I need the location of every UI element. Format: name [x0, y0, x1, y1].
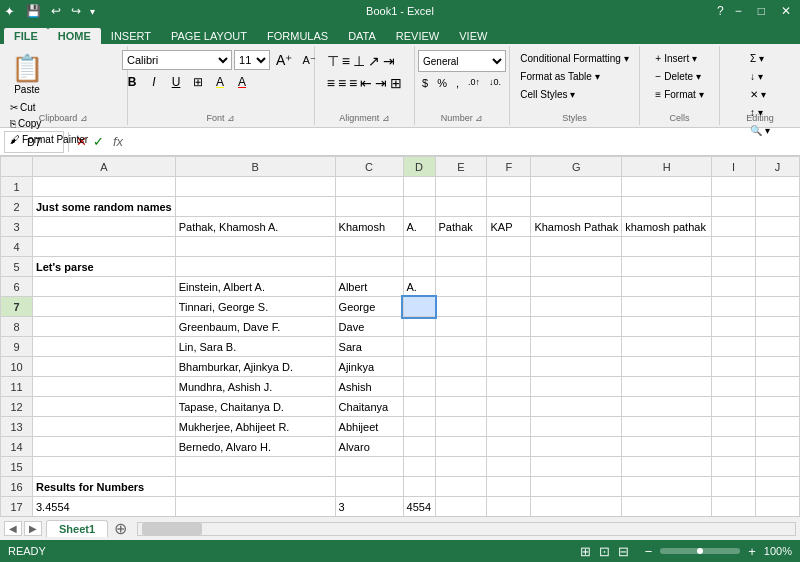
tab-review[interactable]: REVIEW [386, 28, 449, 44]
cell-E17[interactable] [435, 497, 487, 517]
cell-B5[interactable] [175, 257, 335, 277]
cell-E14[interactable] [435, 437, 487, 457]
cell-J13[interactable] [756, 417, 800, 437]
cell-G13[interactable] [531, 417, 622, 437]
cell-D17[interactable]: 4554 [403, 497, 435, 517]
increase-indent-btn[interactable]: ⇥ [374, 72, 388, 92]
cell-H16[interactable] [622, 477, 712, 497]
save-quick-btn[interactable]: 💾 [23, 3, 44, 19]
cell-A9[interactable] [33, 337, 176, 357]
cell-A11[interactable] [33, 377, 176, 397]
cell-C17[interactable]: 3 [335, 497, 403, 517]
row-number-12[interactable]: 12 [1, 397, 33, 417]
cell-A16[interactable]: Results for Numbers [33, 477, 176, 497]
cell-C14[interactable]: Alvaro [335, 437, 403, 457]
increase-decimal-btn[interactable]: .0↑ [464, 75, 484, 91]
cell-D9[interactable] [403, 337, 435, 357]
align-right-btn[interactable]: ≡ [348, 72, 358, 92]
wrap-text-btn[interactable]: ⇥ [382, 50, 396, 70]
cell-C1[interactable] [335, 177, 403, 197]
zoom-out-btn[interactable]: − [645, 544, 653, 559]
col-header-f[interactable]: F [487, 157, 531, 177]
cell-E6[interactable] [435, 277, 487, 297]
cell-D14[interactable] [403, 437, 435, 457]
cell-G3[interactable]: Khamosh Pathak [531, 217, 622, 237]
cell-J2[interactable] [756, 197, 800, 217]
cell-H13[interactable] [622, 417, 712, 437]
cell-F4[interactable] [487, 237, 531, 257]
cell-H1[interactable] [622, 177, 712, 197]
cell-H5[interactable] [622, 257, 712, 277]
cell-G17[interactable] [531, 497, 622, 517]
cell-A14[interactable] [33, 437, 176, 457]
row-number-5[interactable]: 5 [1, 257, 33, 277]
cell-I10[interactable] [712, 357, 756, 377]
cell-A4[interactable] [33, 237, 176, 257]
cell-J14[interactable] [756, 437, 800, 457]
tab-file[interactable]: FILE [4, 28, 48, 44]
tab-home[interactable]: HOME [48, 28, 101, 44]
cell-D8[interactable] [403, 317, 435, 337]
cell-E12[interactable] [435, 397, 487, 417]
cell-B11[interactable]: Mundhra, Ashish J. [175, 377, 335, 397]
customize-quick-access-btn[interactable]: ▾ [88, 5, 97, 18]
cell-J7[interactable] [756, 297, 800, 317]
cell-E11[interactable] [435, 377, 487, 397]
cell-A8[interactable] [33, 317, 176, 337]
font-size-select[interactable]: 11 [234, 50, 270, 70]
number-format-select[interactable]: General [418, 50, 506, 72]
cell-E4[interactable] [435, 237, 487, 257]
cell-A17[interactable]: 3.4554 [33, 497, 176, 517]
currency-btn[interactable]: $ [418, 75, 432, 91]
row-number-9[interactable]: 9 [1, 337, 33, 357]
cell-A6[interactable] [33, 277, 176, 297]
cell-C2[interactable] [335, 197, 403, 217]
redo-btn[interactable]: ↪ [68, 3, 84, 19]
help-icon[interactable]: ? [717, 4, 724, 18]
cell-I2[interactable] [712, 197, 756, 217]
cell-I7[interactable] [712, 297, 756, 317]
row-number-13[interactable]: 13 [1, 417, 33, 437]
maximize-btn[interactable]: □ [753, 4, 770, 18]
row-number-1[interactable]: 1 [1, 177, 33, 197]
cell-I5[interactable] [712, 257, 756, 277]
cell-H2[interactable] [622, 197, 712, 217]
cell-I11[interactable] [712, 377, 756, 397]
cell-C3[interactable]: Khamosh [335, 217, 403, 237]
cell-H7[interactable] [622, 297, 712, 317]
cell-D1[interactable] [403, 177, 435, 197]
cell-E5[interactable] [435, 257, 487, 277]
cell-F9[interactable] [487, 337, 531, 357]
row-number-10[interactable]: 10 [1, 357, 33, 377]
cell-H3[interactable]: khamosh pathak [622, 217, 712, 237]
cell-H6[interactable] [622, 277, 712, 297]
cell-F6[interactable] [487, 277, 531, 297]
cell-G15[interactable] [531, 457, 622, 477]
cell-I3[interactable] [712, 217, 756, 237]
cell-D2[interactable] [403, 197, 435, 217]
cell-F15[interactable] [487, 457, 531, 477]
cell-G11[interactable] [531, 377, 622, 397]
scroll-sheets-right-btn[interactable]: ▶ [24, 521, 42, 536]
cell-H8[interactable] [622, 317, 712, 337]
col-header-b[interactable]: B [175, 157, 335, 177]
row-number-16[interactable]: 16 [1, 477, 33, 497]
cell-G6[interactable] [531, 277, 622, 297]
tab-data[interactable]: DATA [338, 28, 386, 44]
cell-A13[interactable] [33, 417, 176, 437]
cell-I6[interactable] [712, 277, 756, 297]
clear-btn[interactable]: ✕ ▾ [745, 86, 771, 103]
cell-C8[interactable]: Dave [335, 317, 403, 337]
cell-J4[interactable] [756, 237, 800, 257]
row-number-14[interactable]: 14 [1, 437, 33, 457]
align-middle-btn[interactable]: ≡ [341, 50, 351, 70]
cell-B9[interactable]: Lin, Sara B. [175, 337, 335, 357]
cell-B4[interactable] [175, 237, 335, 257]
row-number-2[interactable]: 2 [1, 197, 33, 217]
cell-C12[interactable]: Chaitanya [335, 397, 403, 417]
cell-B16[interactable] [175, 477, 335, 497]
cell-C10[interactable]: Ajinkya [335, 357, 403, 377]
cell-C6[interactable]: Albert [335, 277, 403, 297]
cell-C15[interactable] [335, 457, 403, 477]
find-select-btn[interactable]: 🔍 ▾ [745, 122, 775, 139]
